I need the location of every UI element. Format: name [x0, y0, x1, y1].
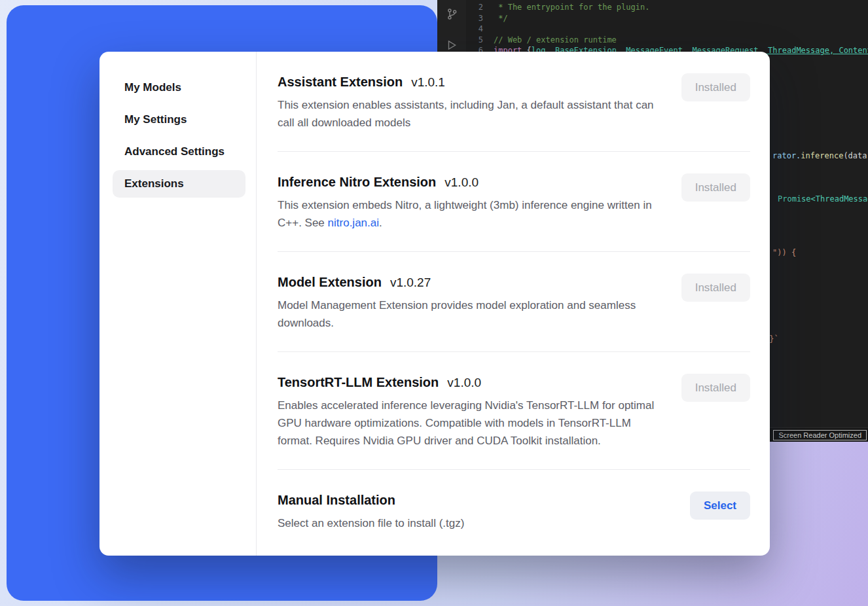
- code-fragment: ")) {: [772, 248, 796, 257]
- line-number: 4: [466, 24, 483, 35]
- extension-description: This extension enables assistants, inclu…: [278, 96, 655, 132]
- extension-title-line: Assistant Extension v1.0.1: [278, 73, 655, 90]
- extension-row-model: Model Extension v1.0.27 Model Management…: [278, 251, 750, 351]
- sidebar-item-my-settings[interactable]: My Settings: [113, 106, 245, 134]
- extension-info: Model Extension v1.0.27 Model Management…: [278, 274, 655, 332]
- extensions-list: Assistant Extension v1.0.1 This extensio…: [257, 52, 770, 556]
- extension-title: Manual Installation: [278, 491, 395, 508]
- extension-title: Model Extension: [278, 274, 382, 291]
- installed-status-button: Installed: [681, 374, 750, 402]
- line-number: 2: [466, 2, 483, 13]
- var-token: rator.: [772, 151, 801, 160]
- code-line: 3 */: [466, 13, 868, 24]
- screen-reader-chip: Screen Reader Optimized: [773, 430, 867, 440]
- run-debug-icon: [446, 39, 458, 53]
- line-number: 3: [466, 13, 483, 24]
- sidebar-item-advanced-settings[interactable]: Advanced Settings: [113, 138, 245, 166]
- extension-info: Inference Nitro Extension v1.0.0 This ex…: [278, 173, 655, 232]
- extension-title-line: Model Extension v1.0.27: [278, 274, 655, 291]
- extension-title-line: Manual Installation: [278, 491, 661, 508]
- installed-status-button: Installed: [681, 173, 750, 202]
- select-file-button[interactable]: Select: [690, 491, 750, 520]
- extension-title-line: Inference Nitro Extension v1.0.0: [278, 173, 655, 190]
- settings-sidebar: My Models My Settings Advanced Settings …: [99, 52, 257, 556]
- installed-status-button: Installed: [681, 274, 750, 302]
- extension-description: Model Management Extension provides mode…: [278, 296, 655, 332]
- extension-version: v1.0.0: [447, 376, 481, 390]
- extension-row-manual-install: Manual Installation Select an extension …: [278, 469, 750, 552]
- description-text: .: [379, 217, 382, 229]
- code-text: // Web / extension runtime: [483, 35, 617, 46]
- extension-description: Select an extension file to install (.tg…: [278, 514, 661, 532]
- extension-title-line: TensortRT-LLM Extension v1.0.0: [278, 374, 655, 391]
- extension-description: Enables accelerated inference leveraging…: [278, 397, 655, 450]
- extension-title: Inference Nitro Extension: [278, 173, 436, 190]
- extension-title: TensortRT-LLM Extension: [278, 374, 439, 391]
- sidebar-item-my-models[interactable]: My Models: [113, 74, 245, 101]
- code-text: * The entrypoint for the plugin.: [483, 2, 649, 13]
- extension-info: Assistant Extension v1.0.1 This extensio…: [278, 73, 655, 132]
- extension-row-nitro: Inference Nitro Extension v1.0.0 This ex…: [278, 151, 750, 251]
- nitro-jan-ai-link[interactable]: nitro.jan.ai: [328, 217, 379, 229]
- line-number: 5: [466, 35, 483, 46]
- extension-title: Assistant Extension: [278, 73, 403, 90]
- installed-status-button: Installed: [681, 73, 750, 101]
- source-control-icon: [446, 8, 458, 22]
- code-text: */: [483, 13, 508, 24]
- code-fragment: rator.inference(data));: [772, 151, 868, 160]
- page-background: 2 * The entrypoint for the plugin. 3 */ …: [0, 0, 868, 606]
- sidebar-item-extensions[interactable]: Extensions: [113, 170, 245, 198]
- extension-description: This extension embeds Nitro, a lightweig…: [278, 196, 655, 232]
- code-line: 5 // Web / extension runtime: [466, 35, 868, 46]
- extension-info: Manual Installation Select an extension …: [278, 491, 661, 532]
- code-lines: 2 * The entrypoint for the plugin. 3 */ …: [466, 0, 868, 56]
- extension-info: TensortRT-LLM Extension v1.0.0 Enables a…: [278, 374, 655, 450]
- code-text: [483, 24, 494, 35]
- extension-row-assistant: Assistant Extension v1.0.1 This extensio…: [278, 52, 750, 151]
- extension-row-tensorrt: TensortRT-LLM Extension v1.0.0 Enables a…: [278, 351, 750, 469]
- fn-token: inference: [801, 151, 843, 160]
- extension-version: v1.0.1: [411, 75, 445, 90]
- code-line: 4: [466, 24, 868, 35]
- extension-version: v1.0.27: [390, 276, 431, 290]
- extension-version: v1.0.0: [444, 175, 479, 190]
- code-fragment: Promise<ThreadMessage>: [778, 194, 868, 204]
- code-line: 2 * The entrypoint for the plugin.: [466, 2, 868, 13]
- settings-modal: My Models My Settings Advanced Settings …: [99, 52, 770, 556]
- punct-token: (data));: [843, 151, 868, 160]
